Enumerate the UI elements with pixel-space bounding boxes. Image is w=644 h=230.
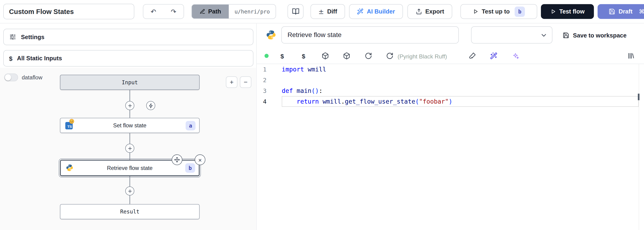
paintbrush-icon xyxy=(468,52,476,60)
plus-icon xyxy=(127,145,132,151)
export-button[interactable]: Export xyxy=(408,4,452,19)
code-editor[interactable]: 1234 import wmilldef main(): return wmil… xyxy=(256,64,644,230)
editor-right-border xyxy=(639,64,639,230)
dollar-icon: $ xyxy=(9,55,12,62)
editor-toolbar: $ $ (Pyright Black Ruff) xyxy=(256,48,644,64)
draft-button[interactable]: Draft ⌘ xyxy=(598,4,644,19)
book-icon xyxy=(292,8,299,15)
python-icon xyxy=(266,30,276,40)
resource-picker-button[interactable]: $ xyxy=(298,50,309,62)
path-group: Path u/henri/pro xyxy=(192,4,276,19)
flow-name-input[interactable] xyxy=(3,4,134,19)
dataflow-label: dataflow xyxy=(22,74,42,80)
refresh-button-2[interactable] xyxy=(384,50,396,62)
editor-code: import wmilldef main(): return wmill.get… xyxy=(282,64,452,107)
windmill-flow-editor-app: ↶ ↷ Path u/henri/pro ± Diff AI Builder E… xyxy=(0,0,644,230)
minus-icon: − xyxy=(244,78,247,86)
diff-button[interactable]: ± Diff xyxy=(310,4,345,19)
save-icon xyxy=(562,32,569,39)
zoom-out-button[interactable]: − xyxy=(240,76,251,88)
magic-wand-icon xyxy=(490,52,498,60)
undo-redo-group: ↶ ↷ xyxy=(143,4,184,19)
ai-generate-button[interactable] xyxy=(488,50,499,62)
refresh-button[interactable] xyxy=(363,50,374,62)
step-editor-panel: Save to workspace $ $ (Pyright Black Ruf… xyxy=(256,24,644,230)
save-icon xyxy=(609,8,615,15)
chevron-down-icon xyxy=(540,32,548,39)
step-select[interactable] xyxy=(471,26,552,44)
typescript-icon: TS xyxy=(66,121,74,129)
node-label: Set flow state xyxy=(113,122,146,128)
step-id-badge: b xyxy=(515,6,525,17)
path-label: Path xyxy=(208,8,221,15)
format-code-button[interactable] xyxy=(466,50,478,62)
library-icon xyxy=(627,52,635,60)
dataflow-toggle[interactable] xyxy=(4,74,18,82)
result-node-label: Result xyxy=(120,208,139,215)
docs-button[interactable] xyxy=(288,4,304,19)
test-flow-button[interactable]: Test flow xyxy=(541,4,594,19)
diff-label: Diff xyxy=(327,8,337,15)
bolt-icon xyxy=(148,103,153,108)
static-inputs-row[interactable]: $ All Static Inputs xyxy=(3,50,253,67)
input-node-label: Input xyxy=(122,79,138,85)
plus-icon: + xyxy=(230,78,233,86)
export-label: Export xyxy=(425,8,444,15)
save-to-workspace-button[interactable]: Save to workspace xyxy=(562,30,626,41)
insert-step-button[interactable] xyxy=(125,144,134,153)
flow-node-retrieve-flow-state[interactable]: Retrieve flow state b × xyxy=(60,160,200,176)
test-flow-label: Test flow xyxy=(559,8,585,15)
plus-icon xyxy=(127,188,132,194)
play-icon xyxy=(473,9,478,15)
step-name-input[interactable] xyxy=(281,26,459,44)
step-badge-a: a xyxy=(186,121,196,130)
package-button[interactable] xyxy=(320,50,331,62)
zoom-in-button[interactable]: + xyxy=(226,76,237,88)
dollar-icon: $ xyxy=(302,52,305,59)
trigger-button[interactable] xyxy=(146,101,155,110)
static-inputs-label: All Static Inputs xyxy=(17,55,62,62)
package-icon xyxy=(343,52,350,60)
flow-node-input[interactable]: Input xyxy=(60,75,200,90)
path-button[interactable]: Path xyxy=(192,5,229,18)
redo-icon: ↷ xyxy=(171,8,176,16)
path-value[interactable]: u/henri/pro xyxy=(229,5,276,18)
command-shortcut: ⌘ xyxy=(639,8,644,15)
library-button[interactable] xyxy=(625,50,636,62)
draft-label: Draft xyxy=(619,8,632,15)
flow-node-set-flow-state[interactable]: TS Set flow state a xyxy=(60,118,200,133)
flow-node-result[interactable]: Result xyxy=(60,204,200,219)
ai-sparkle-button[interactable] xyxy=(510,50,521,62)
emoji-icon xyxy=(69,118,74,124)
undo-button[interactable]: ↶ xyxy=(143,5,164,18)
ai-builder-label: AI Builder xyxy=(367,8,395,15)
pencil-icon xyxy=(200,9,206,15)
ai-builder-button[interactable]: AI Builder xyxy=(349,4,403,19)
sliders-icon xyxy=(9,33,16,41)
export-icon xyxy=(416,8,422,15)
variable-picker-button[interactable]: $ xyxy=(276,50,288,62)
dollar-icon: $ xyxy=(280,52,284,59)
plus-icon xyxy=(127,103,132,108)
overview-ruler-cursor xyxy=(638,94,640,100)
refresh-icon xyxy=(365,52,372,60)
flow-panel: Settings $ All Static Inputs dataflow + … xyxy=(0,24,256,230)
delete-step-button[interactable]: × xyxy=(195,154,206,165)
move-icon xyxy=(174,157,180,163)
sparkles-icon xyxy=(512,52,519,60)
test-up-to-label: Test up to xyxy=(482,8,510,15)
settings-row[interactable]: Settings xyxy=(3,29,253,45)
topbar: ↶ ↷ Path u/henri/pro ± Diff AI Builder E… xyxy=(0,0,644,24)
package-button-2[interactable] xyxy=(341,50,352,62)
flow-graph-canvas: dataflow + − Input TS Set flow state a xyxy=(0,68,256,230)
test-up-to-button[interactable]: Test up to b xyxy=(460,4,537,19)
undo-icon: ↶ xyxy=(151,8,156,16)
step-badge-b: b xyxy=(185,163,195,173)
python-icon xyxy=(66,164,74,172)
insert-step-button[interactable] xyxy=(125,186,134,195)
redo-button[interactable]: ↷ xyxy=(164,5,184,18)
refresh-icon xyxy=(386,52,394,60)
insert-step-button[interactable] xyxy=(125,101,134,110)
move-step-button[interactable] xyxy=(172,154,182,165)
magic-wand-icon xyxy=(357,8,364,15)
